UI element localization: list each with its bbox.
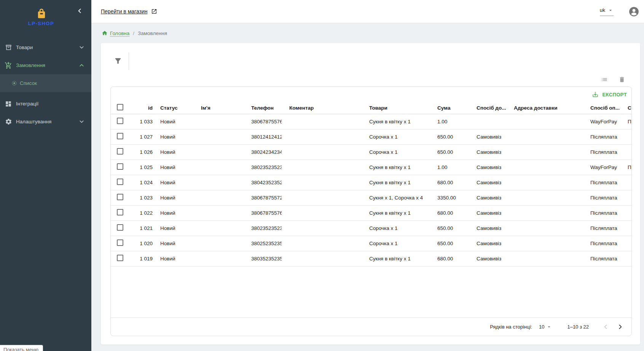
cell-payment: Післяплата [583, 144, 620, 160]
cell-pay_status: Пі [620, 160, 631, 175]
row-checkbox[interactable] [117, 163, 123, 170]
row-checkbox-cell [111, 114, 130, 129]
row-checkbox[interactable] [117, 194, 123, 200]
cell-id: 1 019 [130, 251, 153, 266]
cell-id: 1 020 [130, 236, 153, 251]
filter-icon[interactable] [114, 57, 122, 65]
previous-page-button[interactable] [601, 322, 610, 332]
go-to-store-link[interactable]: Перейти в магазин [101, 8, 157, 14]
table-row[interactable]: 1 033Новий380678755765Сукня в квітку x 1… [111, 114, 631, 129]
column-header-comment[interactable]: Коментар [282, 102, 362, 114]
cell-name [193, 114, 244, 129]
cell-pay_status [620, 129, 631, 144]
table-row[interactable]: 1 020Новий380252352352Сорочка x 1650.00С… [111, 236, 631, 251]
table-row[interactable]: 1 019Новий380352352353Сукня в квітку x 1… [111, 251, 631, 266]
cell-name [193, 129, 244, 144]
sidebar-item-products[interactable]: Товари [0, 38, 91, 56]
table-row[interactable]: 1 025Новий380235235235Сукня в квітку x 1… [111, 160, 631, 175]
column-header-status[interactable]: Статус [153, 102, 193, 114]
shop-bag-logo-icon [37, 8, 46, 19]
export-button[interactable]: ЕКСПОРТ [592, 91, 627, 98]
cell-phone: 380252352352 [244, 236, 282, 251]
cell-sum: 680.00 [430, 251, 469, 266]
next-page-button[interactable] [615, 322, 625, 332]
row-checkbox[interactable] [117, 148, 123, 155]
topbar: Перейти в магазин uk [91, 0, 644, 23]
cell-status: Новий [153, 220, 193, 236]
cell-payment: Післяплата [583, 251, 620, 266]
sidebar-item-orders-list[interactable]: Список [0, 74, 91, 92]
cell-pay_status: Пі [620, 114, 631, 129]
column-header-payment-status[interactable]: Ст [620, 102, 631, 114]
sidebar-item-label: Замовлення [16, 62, 78, 68]
cell-id: 1 026 [130, 144, 153, 160]
column-header-products[interactable]: Товари [362, 102, 430, 114]
column-header-address[interactable]: Адреса доставки [506, 102, 583, 114]
cell-status: Новий [153, 205, 193, 220]
rows-per-page-select[interactable]: 10 [539, 324, 552, 330]
cell-address [506, 205, 583, 220]
cell-status: Новий [153, 190, 193, 205]
cell-payment: WayForPay [583, 160, 620, 175]
cell-products: Сорочка x 1 [362, 129, 430, 144]
cell-products: Сукня в квітку x 1 [362, 114, 430, 129]
list-view-icon[interactable] [601, 76, 608, 83]
rows-per-page-label: Рядків на сторінці: [490, 324, 532, 330]
row-checkbox[interactable] [117, 179, 123, 185]
sidebar-item-orders[interactable]: Замовлення [0, 56, 91, 74]
cell-name [193, 175, 244, 190]
sidebar-item-label: Налаштування [16, 119, 78, 124]
cell-payment: Післяплата [583, 175, 620, 190]
cell-products: Сукня в квітку x 1 [362, 175, 430, 190]
table-row[interactable]: 1 024Новий380423523523Сукня в квітку x 1… [111, 175, 631, 190]
status-tooltip: Показать меню [0, 345, 43, 351]
cell-pay_status [620, 205, 631, 220]
chevron-up-icon [78, 62, 85, 69]
cell-pay_status [620, 144, 631, 160]
column-header-payment[interactable]: Спосіб оп... [583, 102, 620, 114]
cell-delivery: Самовивіз [469, 251, 506, 266]
column-header-sum[interactable]: Сума [430, 102, 469, 114]
table-row[interactable]: 1 027Новий380124124124Сорочка x 1650.00С… [111, 129, 631, 144]
cell-comment [282, 220, 362, 236]
cell-comment [282, 251, 362, 266]
sidebar-nav: ТовариЗамовленняСписокІнтеграціїНалаштув… [0, 38, 91, 131]
logo-text: LP-SHOP [0, 21, 82, 26]
row-checkbox[interactable] [117, 239, 123, 246]
row-checkbox[interactable] [117, 209, 123, 215]
sidebar-item-settings[interactable]: Налаштування [0, 113, 91, 131]
table-row[interactable]: 1 022Новий380678755765Сукня в квітку x 1… [111, 205, 631, 220]
cell-name [193, 220, 244, 236]
trash-icon[interactable] [618, 76, 625, 83]
cell-payment: WayForPay [583, 114, 620, 129]
cell-status: Новий [153, 114, 193, 129]
table-row[interactable]: 1 026Новий380242342342Сорочка x 1650.00С… [111, 144, 631, 160]
cell-sum: 650.00 [430, 220, 469, 236]
cell-payment: Післяплата [583, 205, 620, 220]
column-header-phone[interactable]: Телефон [244, 102, 282, 114]
column-header-id[interactable]: id [130, 102, 153, 114]
column-header-delivery[interactable]: Спосіб до... [469, 102, 506, 114]
cell-name [193, 190, 244, 205]
row-checkbox[interactable] [117, 118, 123, 124]
cell-products: Сорочка x 1 [362, 236, 430, 251]
row-checkbox-cell [111, 144, 130, 160]
select-all-checkbox[interactable] [117, 104, 123, 110]
table-row[interactable]: 1 021Новий380235235235Сорочка x 1650.00С… [111, 220, 631, 236]
sidebar-collapse-icon[interactable] [77, 8, 83, 14]
pagination: Рядків на сторінці: 10 1–10 з 22 [111, 317, 631, 336]
row-checkbox[interactable] [117, 133, 123, 139]
download-icon [592, 91, 599, 98]
language-selector[interactable]: uk [600, 7, 614, 16]
cell-sum: 680.00 [430, 175, 469, 190]
breadcrumb-home-link[interactable]: Головна [102, 30, 129, 36]
user-avatar-icon[interactable] [629, 6, 639, 17]
table-row[interactable]: 1 023Новий380678755722Сукня x 1, Сорочка… [111, 190, 631, 205]
column-header-name[interactable]: Ім'я [193, 102, 244, 114]
orders-page-card: ЕКСПОРТ id Статус Ім'я Телефон [101, 43, 640, 345]
row-checkbox[interactable] [117, 255, 123, 261]
row-checkbox[interactable] [117, 224, 123, 231]
open-in-new-icon [151, 8, 157, 14]
sidebar-item-integrations[interactable]: Інтеграції [0, 95, 91, 113]
cell-status: Новий [153, 160, 193, 175]
